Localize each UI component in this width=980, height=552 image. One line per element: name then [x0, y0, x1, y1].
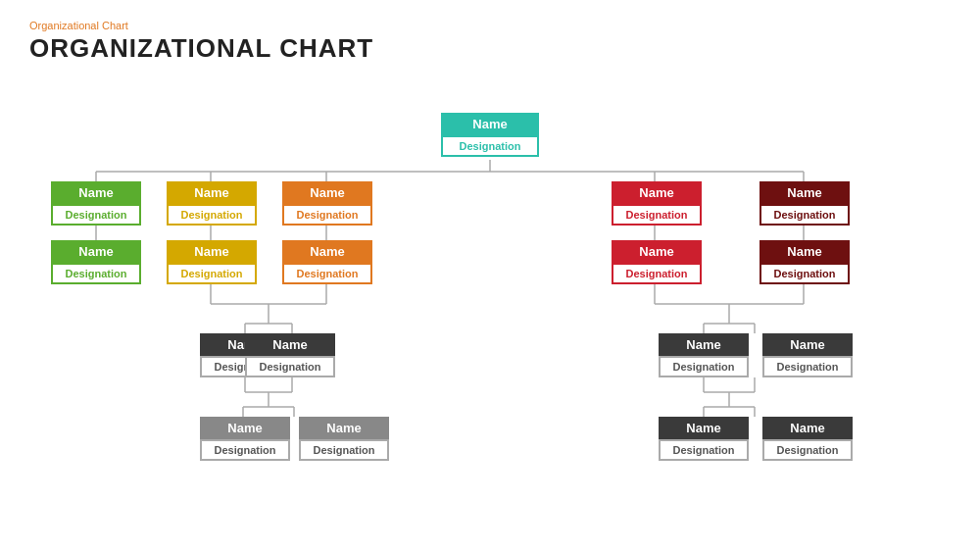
- node-l4-right-0: Name Designation: [659, 417, 749, 461]
- node-l4-left-0-name: Name: [200, 417, 290, 439]
- node-l2-3-name: Name: [612, 240, 702, 263]
- node-l1-4-designation: Designation: [760, 204, 850, 226]
- node-l3-right-1-designation: Designation: [762, 356, 853, 377]
- node-l1-2-designation: Designation: [282, 204, 372, 226]
- node-l3-right-0-designation: Designation: [659, 356, 749, 377]
- node-l1-3-name: Name: [612, 181, 702, 204]
- node-l1-2-name: Name: [282, 181, 372, 204]
- node-l1-0-name: Name: [51, 181, 141, 204]
- node-l3-left-1-name: Name: [245, 333, 335, 356]
- node-l2-2-name: Name: [282, 240, 372, 263]
- node-l4-left-0: Name Designation: [200, 417, 290, 461]
- node-l3-left-1-designation: Designation: [245, 356, 335, 377]
- node-l2-0: Name Designation: [51, 240, 141, 284]
- node-l2-3-designation: Designation: [612, 263, 702, 284]
- node-l2-4-name: Name: [760, 240, 850, 263]
- node-l4-left-0-designation: Designation: [200, 439, 290, 461]
- node-l4-left-1-name: Name: [299, 417, 389, 439]
- subtitle: Organizational Chart: [29, 20, 951, 31]
- node-l4-right-0-name: Name: [659, 417, 749, 439]
- page: Organizational Chart ORGANIZATIONAL CHAR…: [0, 0, 980, 552]
- node-l3-right-1: Name Designation: [762, 333, 853, 377]
- node-l2-2: Name Designation: [282, 240, 372, 284]
- node-l2-1-designation: Designation: [167, 263, 257, 284]
- node-l4-left-1-designation: Designation: [299, 439, 389, 461]
- node-top-designation: Designation: [441, 135, 539, 157]
- node-l2-4-designation: Designation: [760, 263, 850, 284]
- node-top: Name Designation: [441, 113, 539, 157]
- node-l2-0-name: Name: [51, 240, 141, 263]
- page-title: ORGANIZATIONAL CHART: [29, 33, 951, 64]
- node-l3-right-0: Name Designation: [659, 333, 749, 377]
- node-l4-right-1-designation: Designation: [762, 439, 853, 461]
- node-l4-left-1: Name Designation: [299, 417, 389, 461]
- node-l2-1-name: Name: [167, 240, 257, 263]
- node-l4-right-1-name: Name: [762, 417, 853, 439]
- node-l2-4: Name Designation: [760, 240, 850, 284]
- node-l1-0-designation: Designation: [51, 204, 141, 226]
- node-l2-2-designation: Designation: [282, 263, 372, 284]
- org-chart: Name Designation Name Designation Name D…: [29, 74, 951, 525]
- node-l1-1: Name Designation: [167, 181, 257, 226]
- node-l1-4-name: Name: [760, 181, 850, 204]
- node-l1-4: Name Designation: [760, 181, 850, 226]
- node-l3-left-1: Name Designation: [245, 333, 335, 377]
- node-l2-3: Name Designation: [612, 240, 702, 284]
- node-l1-3-designation: Designation: [612, 204, 702, 226]
- node-l4-right-0-designation: Designation: [659, 439, 749, 461]
- node-l1-3: Name Designation: [612, 181, 702, 226]
- node-top-name: Name: [441, 113, 539, 135]
- node-l1-1-name: Name: [167, 181, 257, 204]
- node-l2-0-designation: Designation: [51, 263, 141, 284]
- node-l1-0: Name Designation: [51, 181, 141, 226]
- node-l3-right-1-name: Name: [762, 333, 853, 356]
- node-l4-right-1: Name Designation: [762, 417, 853, 461]
- node-l1-2: Name Designation: [282, 181, 372, 226]
- node-l2-1: Name Designation: [167, 240, 257, 284]
- node-l3-right-0-name: Name: [659, 333, 749, 356]
- node-l1-1-designation: Designation: [167, 204, 257, 226]
